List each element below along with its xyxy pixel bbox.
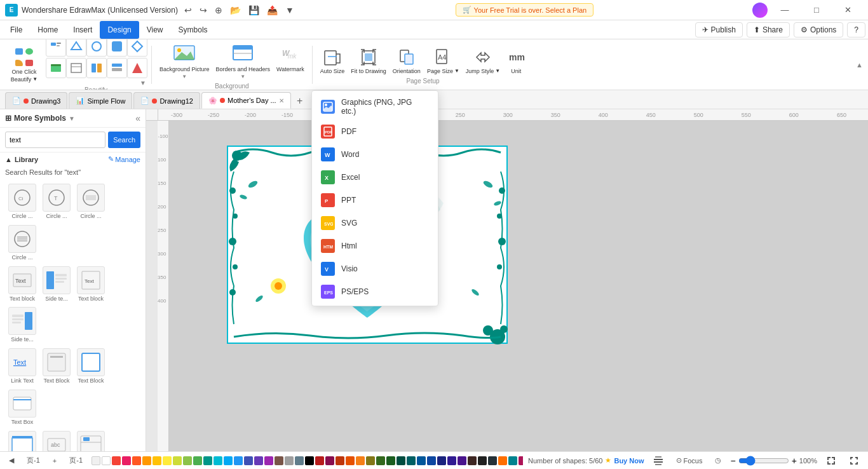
- beautify-item-5[interactable]: [127, 39, 147, 57]
- user-avatar[interactable]: [752, 3, 768, 18]
- export-excel-item[interactable]: X Excel: [312, 166, 438, 189]
- color-orange[interactable]: [142, 456, 151, 465]
- color-purple-dark[interactable]: [458, 456, 466, 465]
- maximize-btn[interactable]: □: [802, 1, 831, 19]
- zoom-out-btn[interactable]: −: [730, 456, 735, 466]
- page-label-btn[interactable]: 页-1: [23, 454, 44, 466]
- color-teal-dark[interactable]: [397, 456, 405, 465]
- export-graphics-item[interactable]: Graphics (PNG, JPG etc.): [312, 93, 438, 120]
- zoom-in-btn[interactable]: +: [792, 456, 797, 466]
- canvas-content[interactable]: -100 100 150 200 250 300 350 400: [158, 121, 868, 451]
- jump-style-arrow[interactable]: ▼: [495, 68, 500, 74]
- page-add-btn[interactable]: +: [49, 456, 60, 466]
- symbol-side-text2[interactable]: Side te...: [6, 306, 38, 344]
- color-lime-dark[interactable]: [366, 456, 375, 465]
- color-brown-dark[interactable]: [468, 456, 477, 465]
- menu-view[interactable]: View: [139, 21, 171, 39]
- export-svg-item[interactable]: SVG SVG: [312, 212, 438, 234]
- color-pink[interactable]: [122, 456, 131, 465]
- color-indigo-dark[interactable]: [437, 456, 446, 465]
- color-pink-dark[interactable]: [325, 456, 334, 465]
- beautify-item-8[interactable]: [86, 58, 107, 78]
- toolbar-expand-btn[interactable]: ▲: [856, 61, 863, 69]
- undo-btn[interactable]: ↩: [182, 4, 194, 17]
- symbol-circle-4[interactable]: Circle ...: [6, 224, 38, 262]
- color-red1[interactable]: [112, 456, 121, 465]
- page-prev-icon[interactable]: ◀: [9, 456, 14, 465]
- buy-now-btn[interactable]: Buy Now: [614, 457, 644, 465]
- export-visio-item[interactable]: V Visio: [312, 257, 438, 280]
- symbol-side-text[interactable]: Side te...: [41, 265, 72, 304]
- fit-drawing-btn[interactable]: Fit to Drawing: [348, 45, 389, 77]
- orientation-btn[interactable]: Orientation: [390, 45, 423, 77]
- beautify-item-1[interactable]: [46, 39, 66, 57]
- color-indigo[interactable]: [244, 456, 253, 465]
- color-white[interactable]: [102, 456, 111, 465]
- color-orange-dark[interactable]: [346, 456, 355, 465]
- color-bluegrey-dark[interactable]: [488, 456, 497, 465]
- color-brown[interactable]: [275, 456, 283, 465]
- watermark-btn[interactable]: W mk Watermark: [274, 39, 307, 75]
- collapse-panel-btn[interactable]: «: [135, 113, 140, 123]
- bg-picture-arrow[interactable]: ▼: [182, 74, 187, 79]
- symbol-text-box2[interactable]: Text Box: [6, 430, 38, 451]
- search-button[interactable]: Search: [108, 132, 140, 148]
- symbol-text-block3[interactable]: Text Block: [41, 347, 72, 386]
- symbol-circle-2[interactable]: T Circle ...: [41, 182, 72, 221]
- close-btn[interactable]: ✕: [834, 1, 863, 19]
- tab-simple-flow[interactable]: 📊 Simple Flow: [69, 92, 132, 109]
- symbol-circle-1[interactable]: Ci Circle ...: [6, 182, 38, 221]
- tab-mothers-day-close[interactable]: ✕: [279, 97, 284, 104]
- page-size-arrow[interactable]: ▼: [454, 68, 459, 74]
- menu-design[interactable]: Design: [100, 21, 139, 39]
- color-lightgreen-dark[interactable]: [376, 456, 385, 465]
- color-lightgreen[interactable]: [183, 456, 192, 465]
- beautify-item-7[interactable]: [66, 58, 86, 78]
- export-pdf-item[interactable]: PDF PDF: [312, 120, 438, 143]
- share-btn[interactable]: ⬆ Share: [747, 22, 790, 37]
- export-ppt-item[interactable]: P PPT: [312, 189, 438, 212]
- save-btn[interactable]: 💾: [246, 4, 262, 17]
- page-nav-btn[interactable]: ◀: [5, 455, 18, 466]
- beautify-item-9[interactable]: [107, 58, 127, 78]
- export-btn[interactable]: 📤: [264, 4, 280, 17]
- color-purple[interactable]: [264, 456, 273, 465]
- expand-view-btn[interactable]: [845, 454, 863, 467]
- menu-file[interactable]: File: [3, 21, 30, 39]
- search-input[interactable]: [5, 132, 105, 148]
- tab-drawing12[interactable]: 📄 Drawing12: [133, 92, 200, 109]
- export-word-item[interactable]: W Word: [312, 143, 438, 166]
- color-amber-dark[interactable]: [356, 456, 365, 465]
- symbol-link-text[interactable]: Text Link Text: [6, 347, 38, 386]
- beautify-item-4[interactable]: [107, 39, 127, 57]
- color-black[interactable]: [305, 456, 314, 465]
- symbol-text-block2[interactable]: Text Text block: [75, 265, 107, 304]
- color-amber[interactable]: [153, 456, 161, 465]
- color-lime[interactable]: [173, 456, 182, 465]
- color-teal[interactable]: [203, 456, 212, 465]
- color-bluegrey[interactable]: [295, 456, 304, 465]
- borders-headers-btn[interactable]: Borders and Headers ▼: [214, 39, 273, 82]
- color-none[interactable]: [92, 456, 100, 465]
- library-title[interactable]: ▲ Library: [5, 156, 38, 163]
- beautify-item-10[interactable]: [127, 58, 147, 78]
- focus-btn[interactable]: ⊙ Focus: [672, 455, 707, 466]
- symbol-circle-3[interactable]: Circle ...: [75, 182, 107, 221]
- trial-banner[interactable]: 🛒 Your Free Trial is over. Select a Plan: [456, 3, 594, 17]
- color-green-dark[interactable]: [386, 456, 395, 465]
- color-deeporange[interactable]: [132, 456, 141, 465]
- menu-home[interactable]: Home: [30, 21, 65, 39]
- color-blue-dark[interactable]: [427, 456, 436, 465]
- color-extra2[interactable]: [508, 456, 517, 465]
- jump-style-btn[interactable]: Jump Style▼: [463, 45, 503, 77]
- color-grey-dark[interactable]: [478, 456, 487, 465]
- color-extra3[interactable]: [519, 456, 523, 465]
- one-click-beautify-btn[interactable]: One Click Beautify ▼: [8, 44, 40, 85]
- background-picture-btn[interactable]: Background Picture ▼: [157, 39, 212, 82]
- color-blue[interactable]: [234, 456, 243, 465]
- menu-symbols[interactable]: Symbols: [171, 21, 215, 39]
- beautify-item-3[interactable]: [86, 39, 107, 57]
- symbol-text-block5[interactable]: Text Box: [75, 430, 107, 451]
- color-deeppurple-dark[interactable]: [447, 456, 456, 465]
- timer-btn[interactable]: ◷: [711, 455, 725, 466]
